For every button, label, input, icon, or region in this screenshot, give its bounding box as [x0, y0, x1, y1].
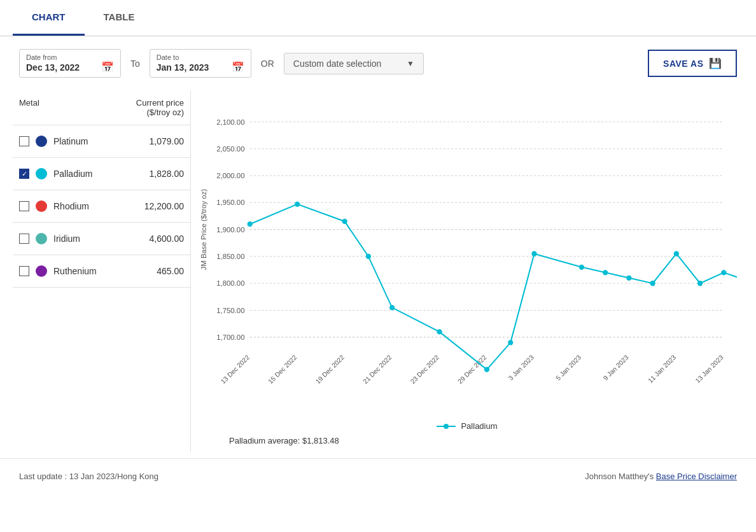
metal-name-iridium: Iridium [53, 234, 143, 244]
svg-text:1,750.00: 1,750.00 [216, 307, 244, 314]
svg-point-49 [444, 424, 449, 429]
svg-point-42 [650, 281, 655, 286]
svg-point-37 [508, 340, 513, 345]
metal-price-palladium: 1,828.00 [150, 169, 185, 179]
date-to-label: Date to [157, 53, 244, 61]
date-from-value: Dec 13, 2022 [26, 62, 80, 73]
chart-svg: 1,700.001,750.001,800.001,850.001,900.00… [197, 97, 737, 415]
metal-row-palladium: Palladium1,828.00 [13, 158, 190, 190]
svg-text:11 Jan 2023: 11 Jan 2023 [647, 354, 677, 384]
svg-text:2,050.00: 2,050.00 [216, 145, 244, 153]
checkbox-ruthenium[interactable] [19, 266, 29, 276]
svg-point-41 [626, 276, 631, 281]
svg-text:3 Jan 2023: 3 Jan 2023 [507, 354, 535, 382]
disclaimer-link[interactable]: Base Price Disclaimer [656, 472, 737, 481]
chart-legend: Palladium [197, 421, 737, 431]
svg-text:2,100.00: 2,100.00 [216, 118, 244, 126]
checkbox-iridium[interactable] [19, 234, 29, 244]
price-unit-header: ($/troy oz) [136, 108, 184, 117]
calendar-from-icon[interactable]: 📅 [101, 61, 114, 73]
footer: Last update : 13 Jan 2023/Hong Kong John… [0, 458, 756, 487]
metal-name-ruthenium: Ruthenium [53, 266, 150, 276]
or-label: OR [261, 59, 274, 69]
dot-rhodium [36, 200, 47, 212]
svg-point-35 [437, 329, 442, 334]
svg-point-30 [248, 221, 253, 227]
date-to-value: Jan 13, 2023 [157, 62, 209, 73]
chart-area: 1,700.001,750.001,800.001,850.001,900.00… [191, 90, 743, 452]
date-from-picker[interactable]: Date from Dec 13, 2022 📅 [19, 49, 121, 78]
metal-name-palladium: Palladium [53, 169, 143, 179]
checkbox-rhodium[interactable] [19, 201, 29, 211]
average-text: Palladium average: $1,813.48 [197, 436, 737, 445]
metal-row-iridium: Iridium4,600.00 [13, 223, 190, 255]
controls-bar: Date from Dec 13, 2022 📅 To Date to Jan … [0, 36, 756, 90]
chart-wrapper: 1,700.001,750.001,800.001,850.001,900.00… [197, 97, 737, 415]
svg-text:15 Dec 2022: 15 Dec 2022 [267, 354, 298, 385]
last-update-text: Last update : 13 Jan 2023/Hong Kong [19, 472, 158, 481]
date-to-picker[interactable]: Date to Jan 13, 2023 📅 [150, 49, 251, 78]
metal-col-header: Metal [19, 98, 39, 117]
metal-name-platinum: Platinum [53, 136, 143, 146]
save-label: SAVE AS [663, 59, 703, 69]
legend-line-icon [437, 423, 456, 430]
metal-price-iridium: 4,600.00 [150, 234, 185, 244]
svg-point-31 [295, 202, 300, 207]
date-from-label: Date from [26, 53, 114, 61]
svg-point-32 [342, 219, 347, 224]
metal-row-ruthenium: Ruthenium465.00 [13, 255, 190, 288]
custom-date-label: Custom date selection [293, 59, 382, 69]
svg-point-36 [484, 367, 489, 372]
chevron-down-icon: ▼ [407, 59, 414, 68]
metal-price-ruthenium: 465.00 [157, 266, 184, 276]
to-label: To [130, 59, 140, 69]
svg-text:1,850.00: 1,850.00 [216, 253, 244, 260]
tab-table[interactable]: TABLE [85, 0, 154, 36]
svg-text:1,950.00: 1,950.00 [216, 199, 244, 206]
svg-text:23 Dec 2022: 23 Dec 2022 [409, 354, 440, 385]
custom-date-select[interactable]: Custom date selection ▼ [284, 53, 424, 74]
svg-text:19 Dec 2022: 19 Dec 2022 [314, 354, 346, 385]
svg-point-40 [603, 270, 608, 275]
svg-point-43 [674, 251, 679, 256]
svg-text:5 Jan 2023: 5 Jan 2023 [554, 354, 582, 382]
calendar-to-icon[interactable]: 📅 [232, 61, 244, 73]
tab-bar: CHART TABLE [0, 0, 756, 36]
svg-point-34 [389, 305, 395, 310]
dot-ruthenium [36, 265, 47, 277]
metal-name-rhodium: Rhodium [53, 201, 138, 211]
legend-label: Palladium [461, 421, 497, 431]
svg-text:21 Dec 2022: 21 Dec 2022 [361, 354, 393, 385]
metal-price-platinum: 1,079.00 [150, 136, 185, 146]
price-col-header: Current price [136, 98, 184, 108]
checkbox-platinum[interactable] [19, 136, 29, 146]
svg-point-33 [366, 254, 371, 259]
metal-list-header: Metal Current price ($/troy oz) [13, 90, 190, 125]
svg-text:1,900.00: 1,900.00 [216, 226, 244, 234]
save-as-button[interactable]: SAVE AS 💾 [648, 50, 737, 77]
metal-price-rhodium: 12,200.00 [144, 201, 184, 211]
svg-text:2,000.00: 2,000.00 [216, 172, 244, 179]
svg-point-45 [721, 270, 726, 275]
metal-list: Metal Current price ($/troy oz) Platinum… [13, 90, 191, 452]
svg-text:13 Dec 2022: 13 Dec 2022 [220, 354, 251, 385]
svg-text:9 Jan 2023: 9 Jan 2023 [602, 354, 630, 382]
svg-point-38 [531, 251, 536, 256]
checkbox-palladium[interactable] [19, 169, 29, 179]
svg-point-44 [697, 281, 703, 286]
save-icon: 💾 [709, 57, 722, 69]
svg-text:1,700.00: 1,700.00 [216, 333, 244, 341]
svg-point-39 [579, 265, 584, 270]
dot-iridium [36, 233, 47, 244]
svg-text:13 Jan 2023: 13 Jan 2023 [694, 354, 725, 384]
disclaimer-text: Johnson Matthey's Base Price Disclaimer [585, 472, 737, 481]
metal-row-platinum: Platinum1,079.00 [13, 125, 190, 158]
tab-chart[interactable]: CHART [13, 0, 85, 36]
dot-platinum [36, 136, 47, 147]
svg-text:JM Base Price ($/troy oz): JM Base Price ($/troy oz) [200, 189, 207, 270]
dot-palladium [36, 168, 47, 179]
metal-row-rhodium: Rhodium12,200.00 [13, 190, 190, 223]
svg-text:1,800.00: 1,800.00 [216, 279, 244, 287]
main-content: Metal Current price ($/troy oz) Platinum… [0, 90, 756, 452]
